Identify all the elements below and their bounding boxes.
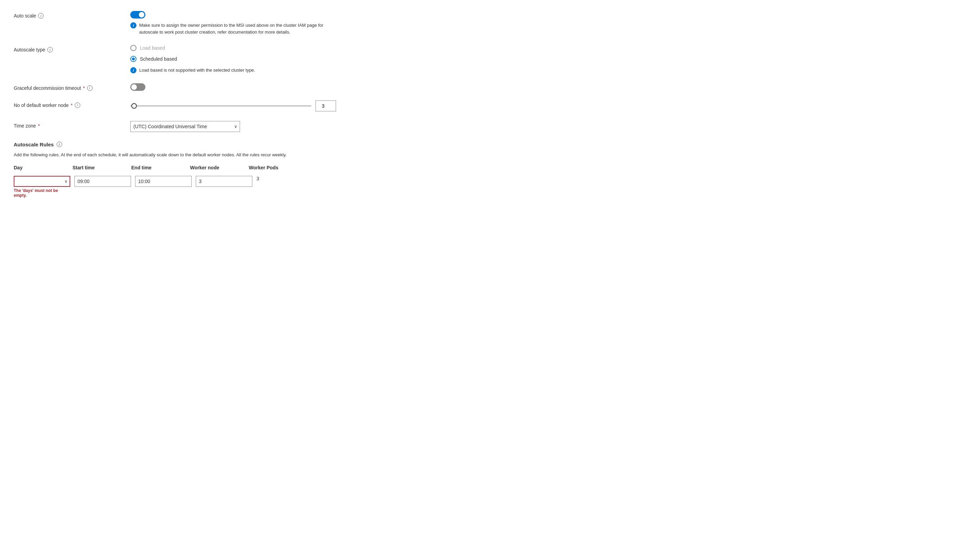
day-select-wrapper: Monday Tuesday Wednesday Thursday Friday… [14,176,70,187]
radio-scheduled-based-input [130,56,136,62]
worker-node-slider-container [130,101,336,111]
timezone-select[interactable]: (UTC) Coordinated Universal Time (UTC+05… [130,121,240,132]
col-header-day: Day [14,165,72,173]
timezone-row: Time zone * (UTC) Coordinated Universal … [14,121,966,132]
worker-node-input[interactable] [196,176,252,187]
autoscale-type-warning: i Load based is not supported with the s… [130,67,336,74]
autoscale-type-info-icon[interactable]: i [47,47,53,53]
worker-node-slider-track[interactable] [130,105,311,107]
start-time-input[interactable] [74,176,131,187]
autoscale-type-warning-icon: i [130,67,136,73]
autoscale-info-text: Make sure to assign the owner permission… [139,22,336,35]
col-header-worker-pods: Worker Pods [249,165,288,173]
timezone-select-wrapper: (UTC) Coordinated Universal Time (UTC+05… [130,121,240,132]
autoscale-toggle-track [130,11,145,19]
autoscale-toggle-thumb [139,12,144,18]
end-time-input[interactable] [135,176,192,187]
radio-scheduled-based-dot [132,58,135,60]
worker-pods-cell: 3 [257,176,288,181]
worker-node-cell [196,176,257,187]
graceful-timeout-label-text: Graceful decommission timeout [14,85,81,91]
autoscale-type-control: Load based Scheduled based i Load based … [130,45,336,74]
autoscale-info-message: i Make sure to assign the owner permissi… [130,22,336,35]
radio-scheduled-based-label: Scheduled based [140,56,177,62]
col-header-worker-node: Worker node [190,165,249,173]
table-row: Monday Tuesday Wednesday Thursday Friday… [14,176,288,198]
worker-node-control [130,101,336,111]
worker-node-slider-thumb[interactable] [132,103,137,109]
graceful-timeout-toggle-thumb [132,84,137,90]
graceful-timeout-row: Graceful decommission timeout * i [14,83,966,91]
graceful-timeout-label: Graceful decommission timeout * i [14,83,130,91]
autoscale-type-label: Autoscale type i [14,45,130,53]
autoscale-rules-section: Autoscale Rules i Add the following rule… [14,141,966,198]
worker-node-value-input[interactable] [316,101,336,111]
autoscale-label: Auto scale i [14,11,130,19]
autoscale-rules-table: Day Start time End time Worker node Work… [14,165,288,198]
autoscale-control: i Make sure to assign the owner permissi… [130,11,336,35]
graceful-timeout-required: * [83,85,85,91]
timezone-control: (UTC) Coordinated Universal Time (UTC+05… [130,121,336,132]
col-header-start-time: Start time [72,165,131,173]
worker-pods-value: 3 [257,174,259,181]
autoscale-rules-info-icon[interactable]: i [56,141,62,147]
autoscale-type-row: Autoscale type i Load based Scheduled ba… [14,45,966,74]
timezone-label: Time zone * [14,121,130,128]
radio-scheduled-based[interactable]: Scheduled based [130,56,336,62]
day-select[interactable]: Monday Tuesday Wednesday Thursday Friday… [14,176,70,187]
day-error-text: The 'days' must not be empty. [14,188,70,198]
graceful-timeout-toggle-track [130,83,145,91]
col-header-end-time: End time [132,165,190,173]
worker-node-info-icon[interactable]: i [75,103,80,108]
start-time-cell [74,176,135,187]
autoscale-info-circle-icon: i [130,22,136,29]
autoscale-row: Auto scale i i Make sure to assign the o… [14,11,966,35]
autoscale-type-label-text: Autoscale type [14,47,45,53]
graceful-timeout-toggle[interactable] [130,83,145,91]
autoscale-info-icon[interactable]: i [38,13,43,19]
radio-load-based[interactable]: Load based [130,45,336,51]
autoscale-type-warning-text: Load based is not supported with the sel… [139,67,255,74]
worker-node-row: No of default worker node * i [14,101,966,111]
worker-node-label-text: No of default worker node [14,103,69,108]
autoscale-rules-title-text: Autoscale Rules [14,141,54,148]
timezone-required: * [38,123,40,128]
day-cell: Monday Tuesday Wednesday Thursday Friday… [14,176,74,198]
worker-node-required: * [71,103,72,108]
radio-load-based-input [130,45,136,51]
autoscale-toggle[interactable] [130,11,145,19]
autoscale-rules-title: Autoscale Rules i [14,141,966,148]
graceful-timeout-info-icon[interactable]: i [87,85,93,91]
timezone-label-text: Time zone [14,123,36,128]
graceful-timeout-control [130,83,336,91]
rules-table-header: Day Start time End time Worker node Work… [14,165,288,173]
autoscale-rules-description: Add the following rules. At the end of e… [14,151,333,158]
radio-load-based-label: Load based [140,45,165,51]
end-time-cell [135,176,196,187]
worker-node-label: No of default worker node * i [14,101,130,108]
autoscale-type-radio-group: Load based Scheduled based [130,45,336,62]
autoscale-label-text: Auto scale [14,13,36,19]
